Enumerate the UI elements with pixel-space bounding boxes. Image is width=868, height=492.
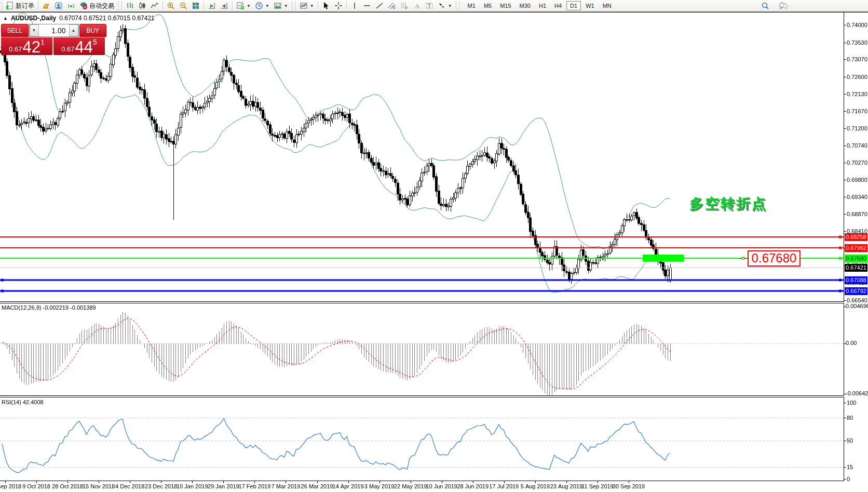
- sell-button[interactable]: SELL: [1, 24, 29, 37]
- volume-input[interactable]: [39, 24, 69, 36]
- sell-price-pip: 1: [40, 39, 45, 45]
- dropdown-caret: ▼: [448, 4, 452, 8]
- timeframe-group: M1M5M15M30H1H4D1W1MN: [464, 1, 616, 10]
- trendline-icon: [375, 2, 384, 10]
- autotrading-button[interactable]: 自动交易: [77, 1, 116, 11]
- line-chart-icon: [151, 2, 159, 10]
- label-icon: T: [425, 2, 433, 10]
- new-order-icon: [6, 2, 14, 10]
- label-button[interactable]: T: [423, 1, 436, 11]
- timeframe-mn[interactable]: MN: [599, 1, 615, 10]
- fibonacci-button[interactable]: F: [398, 1, 411, 11]
- channel-icon: E: [388, 2, 396, 10]
- buy-price-main: 44: [75, 39, 93, 55]
- buy-price-pip: 5: [93, 39, 97, 45]
- horizontal-line-icon: [363, 2, 371, 10]
- clock-icon: [255, 2, 263, 10]
- timeframe-w1[interactable]: W1: [582, 1, 598, 10]
- timeframe-m5[interactable]: M5: [480, 1, 495, 10]
- chart-header: ▲ AUDUSD-,Daily 0.67074 0.67521 0.67015 …: [3, 15, 155, 22]
- arrows-icon: [438, 2, 446, 10]
- tile-windows-button[interactable]: [189, 1, 202, 11]
- toolbar: 新订单 自动交易 ▼ ▼: [0, 0, 868, 12]
- dropdown-caret: ▼: [247, 4, 251, 8]
- timeframe-m15[interactable]: M15: [496, 1, 514, 10]
- new-order-button[interactable]: 新订单: [4, 1, 36, 11]
- signal-icon: [67, 2, 75, 10]
- timeframe-m30[interactable]: M30: [516, 1, 534, 10]
- vertical-line-button[interactable]: [348, 1, 361, 11]
- bar-chart-icon: [126, 2, 134, 10]
- tile-windows-icon: [192, 2, 200, 10]
- chart-canvas[interactable]: [0, 0, 868, 492]
- volume-decrease-button[interactable]: ▼: [30, 24, 39, 36]
- auto-scroll-icon: [208, 2, 216, 10]
- new-chart-dropdown[interactable]: ▼: [234, 1, 253, 11]
- community-icon: [55, 2, 63, 10]
- dropdown-caret: ▼: [265, 4, 269, 8]
- timeframe-m1[interactable]: M1: [464, 1, 479, 10]
- current-price-label: 0.67421: [845, 264, 867, 272]
- timeframe-h4[interactable]: H4: [551, 1, 565, 10]
- toolbar-grip[interactable]: [1, 2, 3, 10]
- crosshair-button[interactable]: [332, 1, 345, 11]
- chat-bubbles-icon: [779, 2, 788, 10]
- hline-price-label: 0.68258: [845, 233, 867, 241]
- candlestick-icon: [138, 2, 146, 10]
- auto-scroll-button[interactable]: [206, 1, 218, 11]
- trendline-button[interactable]: [373, 1, 386, 11]
- bar-chart-button[interactable]: [124, 1, 136, 11]
- templates-dropdown[interactable]: ▼: [272, 1, 290, 11]
- new-order-label: 新订单: [16, 2, 34, 10]
- zoom-out-icon: [179, 2, 187, 10]
- hline-price-label: 0.66792: [845, 287, 867, 295]
- chart-shift-icon: [220, 2, 228, 10]
- channel-button[interactable]: E: [386, 1, 398, 11]
- market-watch-button[interactable]: [40, 1, 52, 11]
- gold-icon: [42, 2, 50, 10]
- line-chart-button[interactable]: [148, 1, 161, 11]
- sell-price-main: 42: [23, 39, 40, 55]
- sell-price-button[interactable]: 0.67 42 1: [1, 37, 52, 55]
- timeframe-h1[interactable]: H1: [535, 1, 550, 10]
- signals-button[interactable]: [65, 1, 77, 11]
- collapse-panel-icon[interactable]: ▲: [3, 16, 8, 21]
- horizontal-line-button[interactable]: [361, 1, 373, 11]
- autotrading-icon: [79, 2, 88, 10]
- template-icon: [274, 2, 282, 10]
- zoom-out-button[interactable]: [177, 1, 189, 11]
- indicators-icon: [300, 2, 308, 10]
- rsi-indicator-label: RSI(14) 42.4008: [2, 399, 44, 405]
- community-chat-button[interactable]: [777, 1, 790, 11]
- cursor-button[interactable]: [320, 1, 332, 11]
- candlestick-button[interactable]: [136, 1, 148, 11]
- cursor-icon: [322, 2, 330, 10]
- svg-text:A: A: [415, 2, 420, 10]
- volume-increase-button[interactable]: ▲: [69, 24, 78, 36]
- community-button[interactable]: [52, 1, 65, 11]
- shapes-dropdown[interactable]: ▼: [436, 1, 454, 11]
- indicators-dropdown[interactable]: ▼: [297, 1, 316, 11]
- periods-dropdown[interactable]: ▼: [253, 1, 272, 11]
- new-chart-icon: [236, 2, 245, 10]
- search-button[interactable]: [759, 1, 771, 11]
- price-callout-label: 0.67680: [748, 250, 801, 267]
- hline-price-label: 0.67680: [845, 255, 867, 262]
- buy-price-button[interactable]: 0.67 44 5: [53, 37, 105, 55]
- svg-text:T: T: [428, 3, 431, 9]
- autotrading-label: 自动交易: [89, 2, 114, 10]
- timeframe-d1[interactable]: D1: [566, 1, 581, 10]
- zoom-in-button[interactable]: [165, 1, 177, 11]
- sell-price-prefix: 0.67: [9, 44, 22, 55]
- turning-point-annotation: 多空转折点: [689, 194, 767, 213]
- crosshair-icon: [334, 2, 343, 10]
- macd-indicator-label: MACD(12,26,9) -0.002219 -0.001389: [2, 304, 96, 311]
- text-icon: A: [413, 2, 421, 10]
- svg-text:F: F: [405, 6, 408, 10]
- svg-text:E: E: [393, 6, 396, 9]
- zoom-in-icon: [167, 2, 175, 10]
- chart-shift-button[interactable]: [218, 1, 230, 11]
- text-button[interactable]: A: [411, 1, 423, 11]
- buy-button[interactable]: BUY: [79, 24, 107, 37]
- vertical-line-icon: [350, 2, 359, 10]
